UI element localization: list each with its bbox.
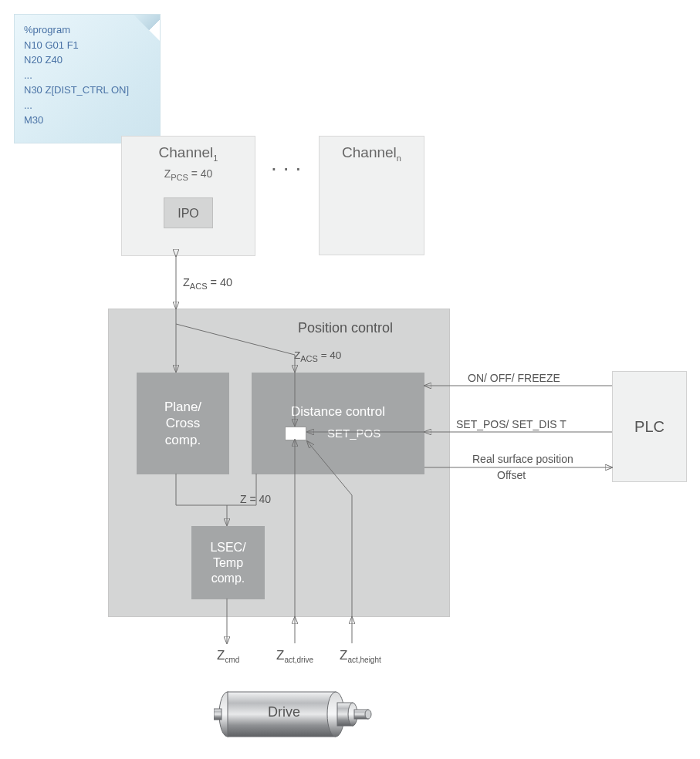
svg-rect-7 (214, 709, 221, 720)
distance-control-block: Distance control (252, 373, 424, 474)
channel-1-zpcs: ZPCS = 40 (122, 167, 255, 182)
code-line: ... (24, 98, 150, 113)
plc-signal-surface: Real surface position (472, 453, 573, 465)
program-note: %program N10 G01 F1 N20 Z40 ... N30 Z[DI… (14, 14, 161, 143)
z-acs-inner-label: ZACS = 40 (294, 349, 341, 363)
z-act-drive-label: Zact,drive (276, 648, 313, 664)
code-line: %program (24, 22, 150, 38)
code-line: N20 Z40 (24, 52, 150, 68)
setpos-joint-icon (285, 427, 306, 440)
plane-cross-comp-block: Plane/ Cross comp. (137, 373, 229, 474)
plc-signal-setpos: SET_POS/ SET_DIS T (456, 418, 566, 430)
plc-signal-onoff: ON/ OFF/ FREEZE (468, 372, 560, 384)
z-40-label: Z = 40 (240, 493, 271, 505)
channel-n-label: Channeln (320, 144, 424, 163)
z-cmd-label: Zcmd (217, 648, 239, 664)
plc-signal-offset: Offset (497, 469, 526, 481)
position-control-title: Position control (298, 320, 393, 336)
code-line: ... (24, 68, 150, 83)
drive-graphic: Drive (214, 686, 376, 743)
channel-1-box: Channel1 ZPCS = 40 IPO (121, 136, 255, 256)
z-acs-outer-label: ZACS = 40 (183, 276, 232, 291)
code-line: N30 Z[DIST_CTRL ON] (24, 83, 150, 98)
channel-n-box: Channeln (319, 136, 424, 255)
lsec-temp-comp-block: LSEC/ Temp comp. (191, 526, 265, 599)
z-act-height-label: Zact,height (340, 648, 381, 664)
code-line: M30 (24, 113, 150, 128)
code-line: N10 G01 F1 (24, 38, 150, 53)
channel-1-label: Channel1 (122, 144, 255, 163)
setpos-label: SET_POS (327, 427, 380, 440)
drive-label: Drive (268, 704, 300, 720)
svg-point-6 (365, 710, 371, 719)
position-control-box: Position control ZACS = 40 Plane/ Cross … (108, 309, 450, 617)
plc-box: PLC (612, 371, 687, 482)
ipo-block: IPO (164, 197, 213, 228)
channel-ellipsis: ... (271, 151, 307, 176)
